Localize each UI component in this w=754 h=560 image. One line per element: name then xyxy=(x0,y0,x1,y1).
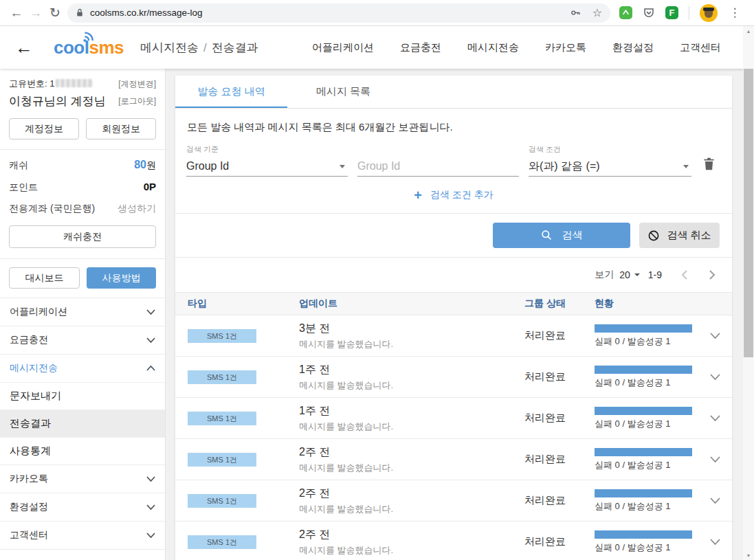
url-text: coolsms.co.kr/message-log xyxy=(90,8,203,18)
caret-down-icon xyxy=(683,165,689,168)
type-badge: SMS 1건 xyxy=(188,412,256,425)
condition-select[interactable]: 와(과) 같음 (=) xyxy=(529,157,691,177)
nav-support[interactable]: 고객센터 xyxy=(680,41,721,54)
success-progress-bar xyxy=(595,366,692,374)
type-badge: SMS 1건 xyxy=(188,329,256,343)
content-card: 발송 요청 내역 메시지 목록 모든 발송 내역과 메시지 목록은 최대 6개월… xyxy=(175,76,732,560)
dashboard-button[interactable]: 대시보드 xyxy=(9,267,80,289)
update-time: 2주 전 xyxy=(299,486,524,501)
table-row: SMS 1건 2주 전 메시지를 발송했습니다. 처리완료 실패 0 / 발송성… xyxy=(175,480,732,522)
sidebar-item-usage-stats[interactable]: 사용통계 xyxy=(0,437,165,464)
bank-account-label: 전용계좌 (국민은행) xyxy=(9,203,95,215)
chevron-down-icon xyxy=(146,337,155,343)
chevron-down-icon xyxy=(146,476,155,482)
point-label: 포인트 xyxy=(9,181,38,194)
sidebar-item-send-results[interactable]: 전송결과 xyxy=(0,410,165,437)
success-progress-bar xyxy=(595,489,692,497)
update-description: 메시지를 발송했습니다. xyxy=(299,421,524,433)
browser-back-icon[interactable]: ← xyxy=(7,5,26,21)
bookmark-star-icon[interactable]: ☆ xyxy=(592,6,602,19)
cancel-search-button[interactable]: 검색 취소 xyxy=(639,223,720,248)
delete-filter-button[interactable] xyxy=(701,155,717,175)
result-text: 실패 0 / 발송성공 1 xyxy=(595,500,698,513)
pocket-extension-icon[interactable] xyxy=(643,7,655,19)
f-extension-icon[interactable]: F xyxy=(665,6,678,19)
tab-message-list[interactable]: 메시지 목록 xyxy=(287,76,399,108)
group-status: 처리완료 xyxy=(524,535,595,548)
prev-page-icon[interactable] xyxy=(681,270,687,280)
criteria-select[interactable]: Group Id xyxy=(186,157,348,177)
browser-forward-icon[interactable]: → xyxy=(26,5,45,21)
type-badge: SMS 1건 xyxy=(188,370,256,384)
key-icon[interactable] xyxy=(570,7,581,19)
page-size-select[interactable]: 20 xyxy=(619,269,640,280)
browser-profile-avatar[interactable] xyxy=(700,4,718,22)
nav-messaging[interactable]: 메시지전송 xyxy=(467,41,519,54)
account-id: 고유번호: 1 xyxy=(9,78,93,90)
search-value-input[interactable] xyxy=(357,157,519,177)
top-navigation: 어플리케이션 요금충전 메시지전송 카카오톡 환경설정 고객센터 xyxy=(312,41,754,54)
tab-send-requests[interactable]: 발송 요청 내역 xyxy=(175,76,287,108)
scrollbar-thumb[interactable] xyxy=(744,69,753,357)
scroll-down-icon[interactable]: ▼ xyxy=(743,550,754,560)
browser-menu-icon[interactable]: ⋮ xyxy=(728,5,742,20)
scroll-up-icon[interactable]: ▲ xyxy=(743,26,754,36)
charge-cash-button[interactable]: 캐쉬충전 xyxy=(9,225,156,248)
page-scrollbar[interactable]: ▲ ▼ xyxy=(743,26,754,560)
cash-value: 80원 xyxy=(134,159,156,172)
group-status: 처리완료 xyxy=(524,453,595,466)
create-account-link[interactable]: 생성하기 xyxy=(118,203,156,215)
sidebar-item-settings[interactable]: 환경설정 xyxy=(0,493,165,521)
browser-toolbar: ← → ↻ coolsms.co.kr/message-log ☆ F ⋮ xyxy=(0,0,754,26)
browser-reload-icon[interactable]: ↻ xyxy=(45,5,65,21)
row-expand-chevron[interactable] xyxy=(698,374,732,380)
member-info-button[interactable]: 회원정보 xyxy=(86,118,156,139)
update-description: 메시지를 발송했습니다. xyxy=(299,462,524,474)
logout-link[interactable]: [로그아웃] xyxy=(118,96,156,107)
group-status: 처리완료 xyxy=(524,329,595,342)
nav-kakaotalk[interactable]: 카카오톡 xyxy=(545,41,586,54)
row-expand-chevron[interactable] xyxy=(698,333,732,339)
nav-billing[interactable]: 요금충전 xyxy=(400,41,441,54)
success-progress-bar xyxy=(595,324,692,333)
account-info-button[interactable]: 계정정보 xyxy=(9,118,79,139)
update-time: 3분 전 xyxy=(299,322,524,336)
sidebar-item-kakaotalk[interactable]: 카카오톡 xyxy=(0,464,165,493)
lock-icon xyxy=(76,8,84,17)
block-icon xyxy=(647,229,660,242)
sidebar-item-applications[interactable]: 어플리케이션 xyxy=(0,298,165,326)
add-condition-link[interactable]: + 검색 조건 추가 xyxy=(175,177,732,213)
page-back-icon[interactable]: ← xyxy=(15,38,33,56)
row-expand-chevron[interactable] xyxy=(698,415,732,421)
row-expand-chevron[interactable] xyxy=(698,497,732,504)
update-time: 2주 전 xyxy=(299,528,524,542)
address-bar[interactable]: coolsms.co.kr/message-log ☆ xyxy=(67,3,610,23)
cash-label: 캐쉬 xyxy=(9,159,28,172)
page-range: 1-9 xyxy=(648,269,662,280)
account-id-redacted xyxy=(56,79,93,87)
plus-icon: + xyxy=(414,188,422,202)
column-update: 업데이트 xyxy=(299,298,524,310)
search-button[interactable]: 검색 xyxy=(493,223,630,248)
nav-applications[interactable]: 어플리케이션 xyxy=(312,41,374,54)
sidebar-item-messaging[interactable]: 메시지전송 xyxy=(0,354,165,382)
update-time: 1주 전 xyxy=(299,404,524,418)
next-page-icon[interactable] xyxy=(709,270,716,280)
row-expand-chevron[interactable] xyxy=(698,456,732,462)
sidebar-item-billing[interactable]: 요금충전 xyxy=(0,326,165,354)
feedly-extension-icon[interactable] xyxy=(619,6,632,19)
retention-notice: 모든 발송 내역과 메시지 목록은 최대 6개월간 보관됩니다. xyxy=(175,109,732,144)
toolbar-divider xyxy=(689,6,689,20)
row-expand-chevron[interactable] xyxy=(698,539,732,545)
nav-settings[interactable]: 환경설정 xyxy=(612,41,654,54)
change-account-link[interactable]: [계정변경] xyxy=(118,78,156,90)
search-icon xyxy=(541,229,553,241)
sidebar-item-support[interactable]: 고객센터 xyxy=(0,521,165,549)
table-row: SMS 1건 2주 전 메시지를 발송했습니다. 처리완료 실패 0 / 발송성… xyxy=(175,439,732,480)
sidebar-item-send-message[interactable]: 문자보내기 xyxy=(0,382,165,410)
howto-button[interactable]: 사용방법 xyxy=(87,267,156,289)
update-description: 메시지를 발송했습니다. xyxy=(299,503,524,515)
coolsms-logo[interactable]: coolsms xyxy=(54,38,124,56)
app-header: ← coolsms 메시지전송/전송결과 어플리케이션 요금충전 메시지전송 카… xyxy=(0,26,754,69)
result-text: 실패 0 / 발송성공 1 xyxy=(595,459,698,471)
